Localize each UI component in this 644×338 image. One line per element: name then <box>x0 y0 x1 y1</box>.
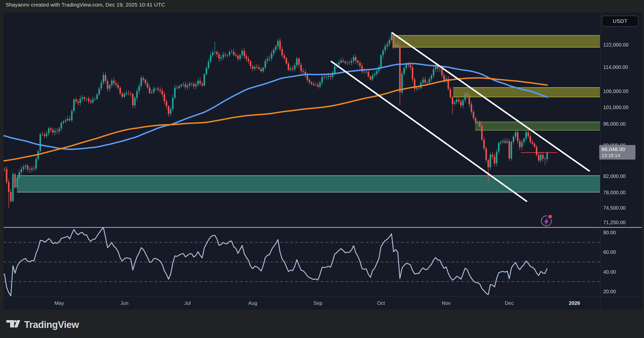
supply-zone-104k-107k[interactable] <box>453 87 600 97</box>
tradingview-chart-screenshot: Shayannv created with TradingView.com, D… <box>0 0 644 338</box>
month-tick-label: Aug <box>248 300 257 306</box>
current-price-value: 88,048.00 <box>601 146 635 153</box>
month-tick-label: May <box>54 300 64 306</box>
price-tick-label: 122,000.00 <box>603 41 628 48</box>
tradingview-logo-icon[interactable] <box>6 320 20 328</box>
supply-zone-121k-125k[interactable] <box>392 35 600 47</box>
price-tick-label: 74,500.00 <box>603 205 626 211</box>
price-tick-label: 82,000.00 <box>603 173 626 179</box>
month-tick-label: Jul <box>184 300 191 306</box>
month-tick-label: Sep <box>313 300 323 306</box>
bar-countdown: 13:18:14 <box>601 153 635 159</box>
support-zone-78k-82k[interactable] <box>17 176 600 192</box>
price-tick-label: 71,250.00 <box>603 219 626 226</box>
month-tick-label: Jun <box>120 300 128 306</box>
rsi-tick-label: 20.00 <box>603 288 616 295</box>
price-chart-canvas[interactable] <box>0 0 644 338</box>
resistance-zone-94k-96k[interactable] <box>475 122 600 130</box>
month-tick-label: Dec <box>505 300 514 306</box>
rsi-tick-label: 80.00 <box>603 229 616 236</box>
month-tick-label: Oct <box>377 300 385 306</box>
price-tick-label: 78,000.00 <box>603 189 626 196</box>
year-tick-label: 2026 <box>569 300 580 306</box>
tradingview-wordmark[interactable]: TradingView <box>24 319 79 330</box>
current-price-badge: 88,048.00 13:18:14 <box>599 145 635 160</box>
price-tick-label: 96,000.00 <box>603 121 626 127</box>
rsi-tick-label: 40.00 <box>603 269 616 275</box>
price-tick-label: 101,000.00 <box>603 104 628 111</box>
chart-widget-background <box>4 13 642 310</box>
price-tick-label: 106,000.00 <box>603 88 628 94</box>
month-tick-label: Nov <box>442 300 451 306</box>
rsi-tick-label: 60.00 <box>603 249 616 255</box>
quote-currency-button[interactable]: USDT <box>602 16 638 27</box>
price-tick-label: 114,000.00 <box>603 64 628 70</box>
